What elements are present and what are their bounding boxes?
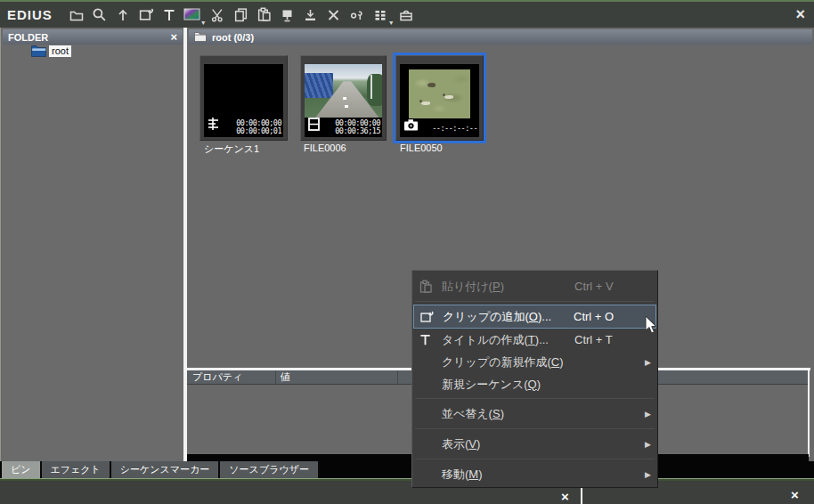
folder-tree-item-root[interactable]: root bbox=[31, 45, 71, 57]
menu-item-move[interactable]: 移動(M) ▶ bbox=[413, 462, 656, 486]
clip-label: シーケンス1 bbox=[204, 142, 259, 156]
folder-panel-header: FOLDER × bbox=[3, 29, 183, 45]
still-camera-icon bbox=[403, 118, 419, 134]
menu-item-view[interactable]: 表示(V) ▶ bbox=[413, 432, 656, 456]
bin-context-menu: 貼り付け(P) Ctrl + V クリップの追加(O)... Ctrl + O … bbox=[411, 270, 658, 488]
edius-bin-window: EDIUS ▼ bbox=[0, 0, 814, 504]
tab-sequence-marker[interactable]: シーケンスマーカー bbox=[111, 461, 221, 478]
clip-card-file0006[interactable]: 00:00:00;00 00:00:36;15 bbox=[300, 55, 387, 141]
bin-toolbar: EDIUS ▼ bbox=[0, 0, 814, 28]
view-mode-caret-icon[interactable]: ▼ bbox=[388, 20, 395, 28]
cut-icon[interactable] bbox=[207, 5, 230, 25]
window-close-button[interactable]: × bbox=[795, 4, 805, 24]
folder-panel-close-button[interactable]: × bbox=[170, 31, 177, 43]
folder-panel-title: FOLDER bbox=[8, 32, 48, 43]
pond-photo bbox=[409, 69, 470, 118]
menu-item-paste: 貼り付け(P) Ctrl + V bbox=[413, 274, 656, 298]
submenu-arrow-icon: ▶ bbox=[642, 470, 651, 479]
menu-separator bbox=[415, 459, 655, 459]
menu-separator bbox=[415, 428, 655, 429]
submenu-arrow-icon: ▶ bbox=[642, 440, 651, 449]
clip-thumbnail: 00:00:00;00 00:00:00;01 bbox=[204, 64, 283, 137]
color-matte-caret-icon[interactable]: ▼ bbox=[200, 20, 207, 28]
road-photo bbox=[305, 64, 382, 118]
search-icon[interactable] bbox=[88, 5, 111, 25]
up-folder-icon[interactable] bbox=[111, 5, 134, 25]
new-folder-icon[interactable] bbox=[65, 5, 88, 25]
menu-item-sort[interactable]: 並べ替え(S) ▶ bbox=[413, 402, 656, 426]
clip-timecodes: 00:00:00;00 00:00:00;01 bbox=[236, 119, 281, 135]
edius-logo: EDIUS bbox=[7, 7, 53, 22]
submenu-arrow-icon: ▶ bbox=[642, 358, 651, 367]
lower-window-close-button[interactable]: × bbox=[561, 489, 569, 504]
clip-thumbnail: --:--:--:-- bbox=[400, 64, 479, 137]
tab-bin[interactable]: ビン bbox=[2, 461, 42, 478]
tab-effect[interactable]: エフェクト bbox=[42, 461, 111, 478]
toolbox-icon[interactable] bbox=[395, 5, 418, 25]
copy-icon[interactable] bbox=[230, 5, 253, 25]
lower-window-close-button-2[interactable]: × bbox=[791, 487, 799, 502]
clip-card-file0050-selected[interactable]: --:--:--:-- bbox=[395, 55, 484, 141]
delete-icon[interactable] bbox=[322, 5, 346, 25]
menu-item-new-sequence[interactable]: 新規シーケンス(Q) bbox=[413, 373, 656, 395]
properties-col-value: 値 bbox=[275, 370, 397, 384]
add-to-timeline-icon[interactable] bbox=[299, 5, 322, 25]
menu-item-create-title[interactable]: タイトルの作成(T)... Ctrl + T bbox=[413, 329, 656, 351]
clip-card-sequence1[interactable]: 00:00:00;00 00:00:00;01 bbox=[199, 55, 288, 141]
bin-folder-icon bbox=[194, 32, 207, 42]
folder-panel: FOLDER × root bbox=[0, 28, 183, 461]
title-icon bbox=[419, 333, 442, 346]
clip-timecodes: 00:00:00;00 00:00:36;15 bbox=[335, 119, 380, 135]
folder-icon bbox=[31, 45, 46, 57]
submenu-arrow-icon: ▶ bbox=[642, 410, 651, 419]
menu-separator bbox=[415, 398, 655, 399]
clip-label: FILE0006 bbox=[304, 142, 346, 153]
panel-tabbar: ビン エフェクト シーケンスマーカー ソースブラウザー bbox=[0, 461, 814, 478]
add-clip-icon bbox=[419, 310, 443, 324]
mouse-cursor bbox=[645, 316, 660, 339]
properties-col-property: プロパティ bbox=[187, 370, 275, 384]
sequence-icon bbox=[208, 117, 222, 134]
menu-item-add-clip[interactable]: クリップの追加(O)... Ctrl + O bbox=[413, 305, 656, 329]
bottom-window-strip: × × bbox=[0, 481, 814, 504]
clip-thumbnail: 00:00:00;00 00:00:36;15 bbox=[305, 64, 382, 137]
clip-label: FILE0050 bbox=[400, 142, 443, 153]
add-clip-icon[interactable] bbox=[134, 5, 158, 25]
paste-icon bbox=[419, 280, 442, 294]
bin-header-title: root (0/3) bbox=[212, 32, 254, 43]
bin-header: root (0/3) bbox=[189, 29, 812, 45]
properties-icon[interactable] bbox=[346, 5, 369, 25]
create-title-icon[interactable] bbox=[158, 5, 181, 25]
tab-source-browser[interactable]: ソースブラウザー bbox=[220, 461, 320, 478]
paste-icon[interactable] bbox=[253, 5, 276, 25]
show-in-player-icon[interactable] bbox=[276, 5, 299, 25]
video-clip-icon bbox=[308, 118, 320, 134]
folder-tree-item-label: root bbox=[49, 45, 71, 57]
clip-timecodes: --:--:--:-- bbox=[432, 125, 477, 133]
properties-right-edge bbox=[808, 368, 810, 457]
lower-window-divider bbox=[581, 486, 582, 504]
menu-separator bbox=[415, 301, 655, 302]
menu-item-new-clip[interactable]: クリップの新規作成(C) ▶ bbox=[413, 351, 656, 373]
